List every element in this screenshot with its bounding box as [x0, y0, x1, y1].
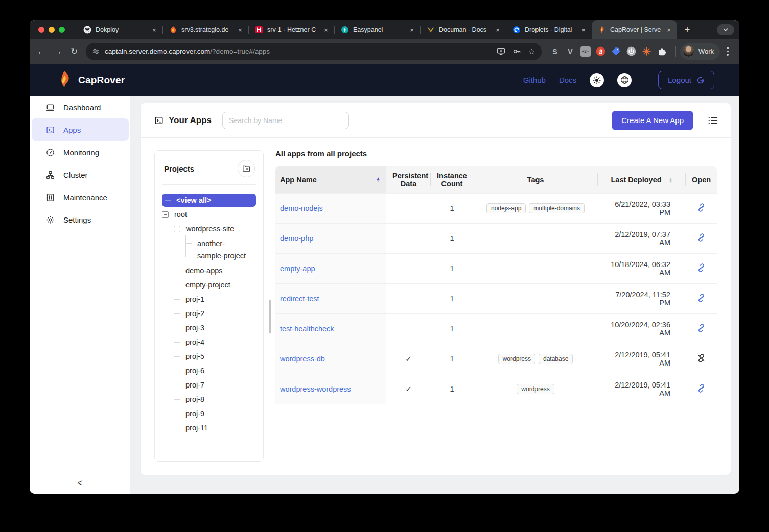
tree-item-empty-project[interactable]: empty-project: [174, 278, 256, 292]
starburst-extension-icon[interactable]: [642, 46, 652, 57]
new-tab-button[interactable]: +: [680, 22, 694, 37]
close-window-button[interactable]: [38, 27, 44, 33]
tab-close-icon[interactable]: ×: [236, 26, 244, 34]
sidebar-item-settings[interactable]: Settings: [30, 208, 130, 231]
app-name-link[interactable]: wordpress-db: [280, 355, 325, 363]
projects-title: Projects: [164, 164, 194, 173]
tab-documan[interactable]: Documan - Docs ×: [421, 20, 506, 39]
sidebar-item-cluster[interactable]: Cluster: [30, 163, 130, 186]
open-app-link-off-icon[interactable]: [697, 354, 706, 362]
column-header-instance-count: Instance Count: [431, 166, 473, 194]
caprover-logo-icon: [58, 70, 72, 89]
browser-toolbar: ← → ↻ captain.server.demo.caprover.com/?…: [30, 39, 739, 64]
install-app-icon[interactable]: [497, 47, 505, 56]
tree-item-proj-11[interactable]: proj-11: [174, 421, 256, 435]
search-input[interactable]: [222, 112, 349, 129]
column-header-app-name[interactable]: App Name ▲▼: [275, 166, 386, 194]
sidebar-collapse-button[interactable]: <: [30, 478, 130, 489]
projects-scrollbar-thumb[interactable]: [269, 300, 271, 333]
tab-close-icon[interactable]: ×: [322, 26, 330, 34]
tab-close-icon[interactable]: ×: [150, 26, 158, 34]
back-button[interactable]: ←: [34, 44, 49, 59]
docs-link[interactable]: Docs: [559, 76, 576, 84]
tree-item-another-sample-project[interactable]: another-sample-project: [185, 236, 256, 263]
tab-strategio[interactable]: srv3.strategio.de ×: [163, 20, 248, 39]
tree-item-demo-apps[interactable]: demo-apps: [174, 263, 256, 278]
tree-item-proj-3[interactable]: proj-3: [174, 321, 256, 335]
app-name-link[interactable]: test-healthcheck: [280, 325, 334, 333]
tree-item-proj-6[interactable]: proj-6: [174, 364, 256, 378]
open-app-link-icon[interactable]: [697, 294, 706, 302]
open-app-link-icon[interactable]: [697, 203, 706, 212]
projects-panel: Projects <view all>: [154, 150, 264, 462]
tab-close-icon[interactable]: ×: [408, 26, 416, 34]
tab-list-dropdown-button[interactable]: [717, 24, 734, 35]
password-key-icon[interactable]: [512, 47, 521, 56]
caprover-favicon: [598, 26, 606, 34]
app-name-link[interactable]: redirect-test: [280, 295, 319, 303]
maximize-window-button[interactable]: [59, 27, 65, 33]
stylus-extension-icon[interactable]: S: [550, 46, 560, 57]
adblock-extension-icon[interactable]: [596, 46, 606, 57]
digitalocean-favicon: [512, 26, 521, 34]
app-name-link[interactable]: demo-nodejs: [280, 204, 323, 212]
bookmark-star-icon[interactable]: ☆: [528, 47, 535, 56]
tab-close-icon[interactable]: ×: [665, 26, 673, 34]
collapse-toggle-icon[interactable]: −: [162, 211, 169, 218]
tab-hetzner[interactable]: srv-1 · Hetzner C ×: [249, 20, 334, 39]
power-extension-icon[interactable]: [626, 46, 637, 57]
sidebar-item-dashboard[interactable]: Dashboard: [30, 96, 130, 118]
open-app-link-icon[interactable]: [697, 384, 706, 393]
column-header-last-deployed[interactable]: Last Deployed ▲▼: [598, 166, 686, 194]
tree-item-proj-9[interactable]: proj-9: [174, 406, 256, 421]
tree-item-proj-5[interactable]: proj-5: [174, 349, 256, 364]
tree-item-root[interactable]: − root: [162, 207, 256, 222]
tab-close-icon[interactable]: ×: [494, 26, 502, 34]
browser-menu-button[interactable]: [721, 47, 734, 56]
forward-button[interactable]: →: [50, 44, 65, 59]
open-app-link-icon[interactable]: [697, 324, 706, 332]
address-bar[interactable]: captain.server.demo.caprover.com/?demo=t…: [86, 43, 542, 60]
browser-profile-button[interactable]: Work: [680, 43, 720, 60]
tab-caprover-active[interactable]: CapRover | Serve ×: [592, 20, 677, 39]
tree-item-wordpress-site[interactable]: − wordpress-site: [174, 222, 256, 236]
theme-toggle-button[interactable]: [590, 73, 604, 87]
minimize-window-button[interactable]: [49, 27, 55, 33]
vue-devtools-extension-icon[interactable]: V: [565, 46, 575, 57]
add-project-button[interactable]: [238, 160, 255, 177]
app-name-link[interactable]: empty-app: [280, 264, 315, 273]
extensions-puzzle-icon[interactable]: [657, 46, 667, 57]
reload-button[interactable]: ↻: [66, 44, 82, 59]
sidebar-item-maintenance[interactable]: Maintenance: [30, 186, 130, 208]
globe-icon: [620, 76, 629, 84]
sidebar-item-apps[interactable]: Apps: [32, 118, 129, 141]
tree-item-proj-4[interactable]: proj-4: [174, 335, 256, 349]
tree-item-view-all[interactable]: <view all>: [162, 193, 256, 207]
github-link[interactable]: Github: [523, 76, 546, 84]
last-deployed: 10/20/2024, 02:36 AM: [598, 314, 686, 344]
tab-easypanel[interactable]: Easypanel ×: [335, 20, 420, 39]
tab-droplets[interactable]: Droplets - Digital ×: [506, 20, 592, 39]
tree-item-proj-8[interactable]: proj-8: [174, 392, 256, 406]
tab-dokploy[interactable]: Dokploy ×: [77, 20, 162, 39]
tree-item-proj-2[interactable]: proj-2: [174, 306, 256, 321]
tree-item-proj-7[interactable]: proj-7: [174, 378, 256, 392]
tab-close-icon[interactable]: ×: [579, 26, 588, 34]
apps-toolbar: Your Apps Create A New App: [141, 103, 731, 138]
app-name-link[interactable]: wordpress-wordpress: [280, 385, 351, 393]
sidebar-item-monitoring[interactable]: Monitoring: [30, 141, 130, 163]
tag-assistant-extension-icon[interactable]: [611, 46, 621, 57]
open-app-link-icon[interactable]: [697, 233, 706, 242]
extensions-row: S V </>: [550, 46, 667, 57]
create-app-button[interactable]: Create A New App: [612, 111, 693, 130]
tree-item-proj-1[interactable]: proj-1: [174, 292, 256, 306]
list-view-toggle-icon[interactable]: [707, 115, 718, 126]
site-info-icon[interactable]: [92, 47, 100, 55]
hetzner-favicon: [255, 26, 263, 34]
language-button[interactable]: [617, 73, 632, 87]
app-name-link[interactable]: demo-php: [280, 234, 313, 243]
open-app-link-icon[interactable]: [697, 263, 706, 272]
code-extension-icon[interactable]: </>: [580, 46, 591, 57]
logout-button[interactable]: Logout: [658, 71, 714, 89]
collapse-toggle-icon[interactable]: −: [174, 226, 180, 232]
